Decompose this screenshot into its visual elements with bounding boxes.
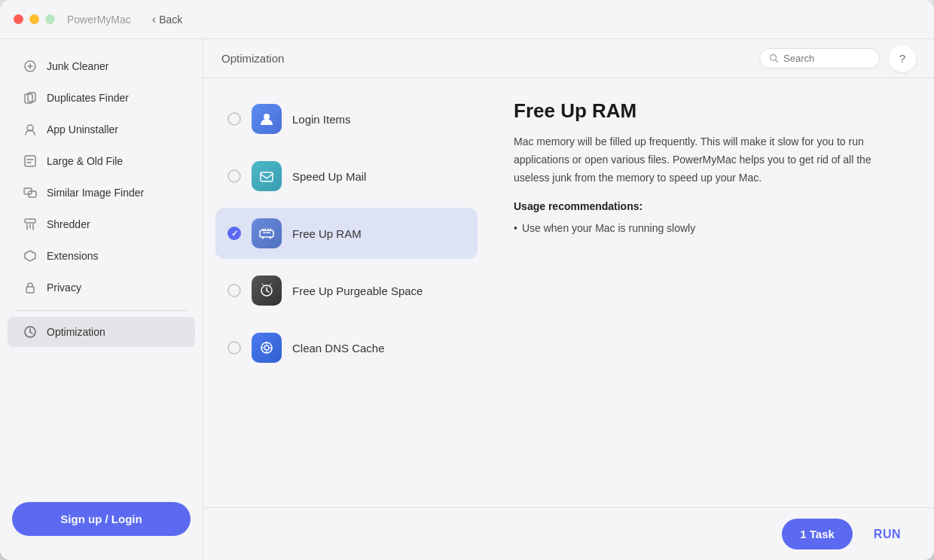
sidebar-item-label: Optimization <box>47 326 105 338</box>
content-header: Optimization ? <box>203 39 934 78</box>
sidebar-item-label: App Uninstaller <box>47 123 118 135</box>
free-up-purgeable-icon <box>252 275 282 306</box>
sidebar-item-privacy[interactable]: Privacy <box>8 272 195 303</box>
sidebar-item-label: Large & Old File <box>47 155 123 167</box>
sidebar-item-app-uninstaller[interactable]: App Uninstaller <box>8 114 195 145</box>
content-area: Optimization ? <box>203 39 934 560</box>
close-button[interactable] <box>14 14 23 24</box>
duplicates-finder-icon <box>23 90 38 105</box>
recommendation-item-0: • Use when your Mac is running slowly <box>514 220 910 236</box>
svg-rect-7 <box>25 219 35 223</box>
svg-point-10 <box>771 55 777 61</box>
search-box[interactable] <box>759 48 880 68</box>
junk-cleaner-icon <box>23 59 38 74</box>
svg-rect-12 <box>261 172 273 181</box>
titlebar: PowerMyMac ‹ Back <box>0 0 934 39</box>
speed-up-mail-radio[interactable] <box>227 169 241 183</box>
svg-point-16 <box>264 345 269 350</box>
sidebar-item-shredder[interactable]: Shredder <box>8 209 195 239</box>
sidebar-item-label: Duplicates Finder <box>47 92 129 104</box>
svg-rect-4 <box>25 156 35 166</box>
maximize-button[interactable] <box>45 14 55 24</box>
traffic-lights <box>14 14 55 24</box>
app-window: PowerMyMac ‹ Back Junk Cleaner <box>0 0 934 560</box>
content-title: Optimization <box>221 52 284 65</box>
login-items-label: Login Items <box>292 113 351 126</box>
sidebar-bottom: Sign up / Login <box>0 490 203 548</box>
sidebar-item-label: Junk Cleaner <box>47 60 109 72</box>
sidebar-item-optimization[interactable]: Optimization <box>8 317 195 347</box>
shredder-icon <box>23 217 38 232</box>
detail-description: Mac memory will be filled up frequently.… <box>514 133 910 187</box>
recommendations-title: Usage recommendations: <box>514 200 910 212</box>
recommendation-text: Use when your Mac is running slowly <box>522 220 695 236</box>
svg-rect-8 <box>26 287 34 293</box>
sidebar-item-label: Shredder <box>47 218 90 230</box>
similar-image-finder-icon <box>23 185 38 200</box>
speed-up-mail-icon <box>252 161 282 191</box>
header-right: ? <box>759 45 916 72</box>
app-title: PowerMyMac <box>67 14 131 26</box>
two-panel: Login Items Speed Up Mail <box>203 78 934 507</box>
task-label: 1 Task <box>800 528 835 540</box>
sidebar-item-large-old-file[interactable]: Large & Old File <box>8 146 195 176</box>
run-button[interactable]: RUN <box>865 522 910 547</box>
app-uninstaller-icon <box>23 122 38 137</box>
list-panel: Login Items Speed Up Mail <box>203 78 490 507</box>
list-item-free-up-purgeable[interactable]: Free Up Purgeable Space <box>215 265 478 316</box>
sidebar-item-junk-cleaner[interactable]: Junk Cleaner <box>8 51 195 81</box>
free-up-ram-label: Free Up RAM <box>292 227 362 240</box>
free-up-ram-radio[interactable] <box>227 227 241 240</box>
detail-title: Free Up RAM <box>514 99 910 123</box>
detail-panel: Free Up RAM Mac memory will be filled up… <box>490 78 934 507</box>
main-content: Junk Cleaner Duplicates Finder <box>0 39 934 560</box>
back-arrow-icon: ‹ <box>152 13 156 26</box>
sidebar-item-extensions[interactable]: Extensions <box>8 241 195 271</box>
back-button[interactable]: ‹ Back <box>146 10 188 29</box>
back-label: Back <box>159 14 182 26</box>
sidebar-item-label: Similar Image Finder <box>47 187 144 199</box>
list-item-speed-up-mail[interactable]: Speed Up Mail <box>215 151 478 202</box>
bullet: • <box>514 220 517 236</box>
task-button[interactable]: 1 Task <box>782 519 853 549</box>
clean-dns-cache-icon <box>252 333 282 363</box>
signup-login-button[interactable]: Sign up / Login <box>12 502 191 536</box>
large-old-file-icon <box>23 154 38 169</box>
free-up-ram-icon <box>252 218 282 248</box>
login-items-radio[interactable] <box>227 112 241 126</box>
list-item-clean-dns-cache[interactable]: Clean DNS Cache <box>215 322 478 373</box>
privacy-icon <box>23 280 38 295</box>
search-input[interactable] <box>783 53 870 64</box>
search-icon <box>769 53 779 63</box>
sidebar: Junk Cleaner Duplicates Finder <box>0 39 203 560</box>
sidebar-item-duplicates-finder[interactable]: Duplicates Finder <box>8 83 195 113</box>
bottom-bar: 1 Task RUN <box>203 507 934 560</box>
sidebar-divider <box>15 310 188 311</box>
list-item-login-items[interactable]: Login Items <box>215 93 478 145</box>
clean-dns-cache-radio[interactable] <box>227 341 241 355</box>
sidebar-item-similar-image-finder[interactable]: Similar Image Finder <box>8 178 195 208</box>
free-up-purgeable-label: Free Up Purgeable Space <box>292 285 423 297</box>
help-button[interactable]: ? <box>889 45 916 72</box>
sidebar-item-label: Privacy <box>47 282 81 294</box>
login-items-icon <box>252 104 282 134</box>
optimization-icon <box>23 324 38 339</box>
speed-up-mail-label: Speed Up Mail <box>292 170 366 183</box>
extensions-icon <box>23 248 38 263</box>
sidebar-item-label: Extensions <box>47 250 98 262</box>
svg-point-11 <box>264 114 270 120</box>
clean-dns-cache-label: Clean DNS Cache <box>292 342 385 355</box>
list-item-free-up-ram[interactable]: Free Up RAM <box>215 208 478 259</box>
minimize-button[interactable] <box>29 14 39 24</box>
svg-rect-13 <box>260 230 273 237</box>
free-up-purgeable-radio[interactable] <box>227 284 241 297</box>
